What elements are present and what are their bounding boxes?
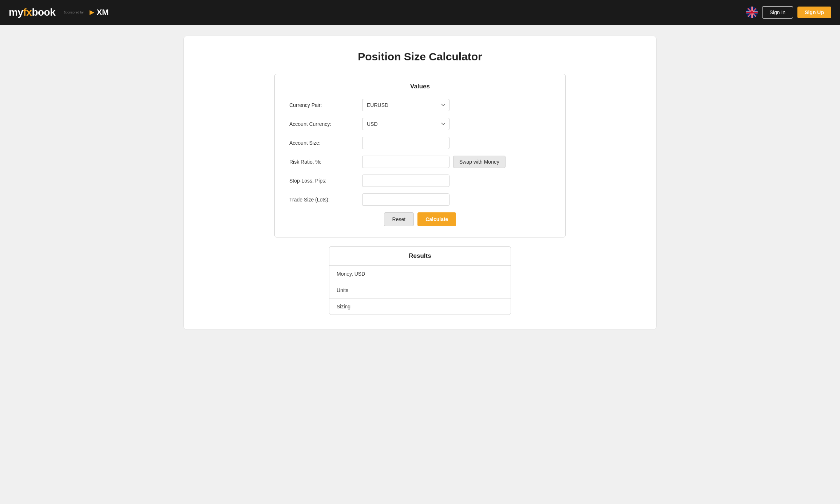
xm-logo: ► XM: [88, 8, 109, 17]
language-flag[interactable]: [746, 7, 758, 18]
results-card: Results Money, USD Units Sizing: [329, 246, 511, 315]
risk-ratio-label: Risk Ratio, %:: [289, 159, 362, 165]
account-currency-select[interactable]: USD EUR GBP JPY AUD CAD: [362, 118, 449, 130]
header-left: myfxbook Sponsored by ► XM: [9, 7, 109, 18]
risk-ratio-row: Risk Ratio, %: Swap with Money: [289, 156, 551, 168]
account-currency-input-wrapper: USD EUR GBP JPY AUD CAD: [362, 118, 551, 130]
currency-pair-label: Currency Pair:: [289, 102, 362, 108]
result-money-row: Money, USD: [329, 266, 511, 282]
logo-fx: fx: [23, 7, 32, 18]
account-size-input-wrapper: [362, 137, 551, 149]
account-currency-label: Account Currency:: [289, 121, 362, 127]
lots-link[interactable]: Lots: [317, 197, 326, 203]
trade-size-label: Trade Size (Lots):: [289, 197, 362, 203]
main-content: Position Size Calculator Values Currency…: [0, 25, 840, 341]
risk-ratio-input[interactable]: [362, 156, 449, 168]
logo-text: myfxbook: [9, 7, 55, 18]
stoploss-row: Stop-Loss, Pips:: [289, 175, 551, 187]
result-units-row: Units: [329, 282, 511, 299]
logo-book: book: [32, 7, 55, 18]
logo: myfxbook: [9, 7, 55, 18]
trade-size-input[interactable]: 1: [362, 193, 449, 206]
account-size-label: Account Size:: [289, 140, 362, 146]
sponsored-by: Sponsored by: [63, 11, 84, 14]
trade-size-row: Trade Size (Lots): 1: [289, 193, 551, 206]
stoploss-label: Stop-Loss, Pips:: [289, 178, 362, 184]
calculator-container: Position Size Calculator Values Currency…: [183, 36, 657, 330]
account-size-input[interactable]: [362, 137, 449, 149]
values-card: Values Currency Pair: EURUSD GBPUSD USDJ…: [274, 74, 566, 237]
result-sizing-row: Sizing: [329, 299, 511, 315]
currency-pair-select[interactable]: EURUSD GBPUSD USDJPY USDCHF AUDUSD USDCA…: [362, 99, 449, 111]
signup-button[interactable]: Sign Up: [797, 7, 831, 18]
trade-size-input-wrapper: 1: [362, 193, 551, 206]
reset-button[interactable]: Reset: [384, 212, 414, 226]
sponsored-label: Sponsored by: [63, 11, 84, 14]
account-size-row: Account Size:: [289, 137, 551, 149]
account-currency-row: Account Currency: USD EUR GBP JPY AUD CA…: [289, 118, 551, 130]
stoploss-input-wrapper: [362, 175, 551, 187]
header: myfxbook Sponsored by ► XM Sign In Sign …: [0, 0, 840, 25]
logo-my: my: [9, 7, 23, 18]
xm-label: XM: [97, 8, 109, 17]
risk-ratio-input-wrapper: Swap with Money: [362, 156, 551, 168]
header-right: Sign In Sign Up: [746, 6, 831, 19]
currency-pair-input-wrapper: EURUSD GBPUSD USDJPY USDCHF AUDUSD USDCA…: [362, 99, 551, 111]
signin-button[interactable]: Sign In: [762, 6, 793, 19]
page-title: Position Size Calculator: [195, 51, 645, 63]
xm-chevron-icon: ►: [88, 8, 96, 17]
currency-pair-row: Currency Pair: EURUSD GBPUSD USDJPY USDC…: [289, 99, 551, 111]
calculate-button[interactable]: Calculate: [417, 212, 456, 226]
buttons-row: Reset Calculate: [289, 212, 551, 226]
swap-with-money-button[interactable]: Swap with Money: [453, 156, 506, 168]
values-card-title: Values: [289, 83, 551, 90]
results-card-title: Results: [329, 247, 511, 266]
stoploss-input[interactable]: [362, 175, 449, 187]
